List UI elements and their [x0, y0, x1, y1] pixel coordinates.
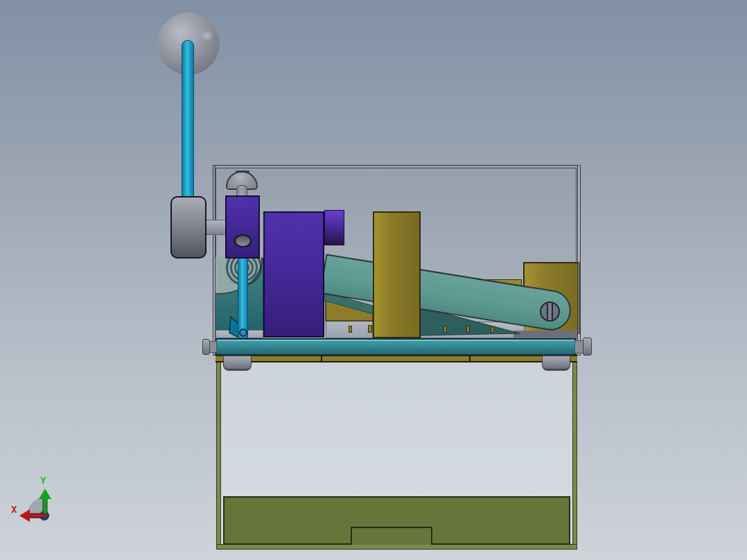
triad-x-axis-arrowhead[interactable]	[19, 509, 30, 522]
stand-top-seam	[469, 355, 471, 362]
crank-disc[interactable]	[170, 196, 206, 259]
foot-right[interactable]	[542, 356, 570, 371]
pitman-rod[interactable]	[238, 256, 248, 338]
triad-x-axis-shaft[interactable]	[29, 514, 46, 518]
stand-top-seam	[321, 355, 322, 362]
foot-left[interactable]	[223, 356, 252, 371]
stand-right-leg[interactable]	[572, 362, 577, 549]
base-plate[interactable]	[216, 338, 576, 356]
drive-shaft[interactable]	[205, 220, 227, 235]
cad-viewport[interactable]: Y X	[0, 0, 747, 560]
ball-highlight	[200, 30, 214, 41]
housing-left-wall-line	[213, 165, 216, 356]
stand-bottom-rail[interactable]	[216, 544, 577, 550]
base-knob-left[interactable]	[202, 339, 210, 355]
base-knob-right[interactable]	[583, 338, 592, 356]
lever-rod[interactable]	[182, 40, 194, 200]
dome-slot	[236, 170, 249, 173]
stand-top-strip[interactable]	[216, 355, 577, 362]
stand-left-leg[interactable]	[216, 362, 221, 549]
base-knob-left-stem	[209, 341, 217, 353]
triad-y-axis-arrowhead[interactable]	[39, 489, 51, 499]
triad-y-label: Y	[40, 475, 46, 485]
bearing-hole	[234, 234, 252, 247]
bottom-plate-notch	[351, 527, 432, 545]
bearing-block[interactable]	[225, 195, 260, 259]
housing-right-wall-line	[577, 165, 581, 356]
pitman-rod-hole	[239, 329, 247, 337]
triad-x-label: X	[11, 505, 17, 514]
